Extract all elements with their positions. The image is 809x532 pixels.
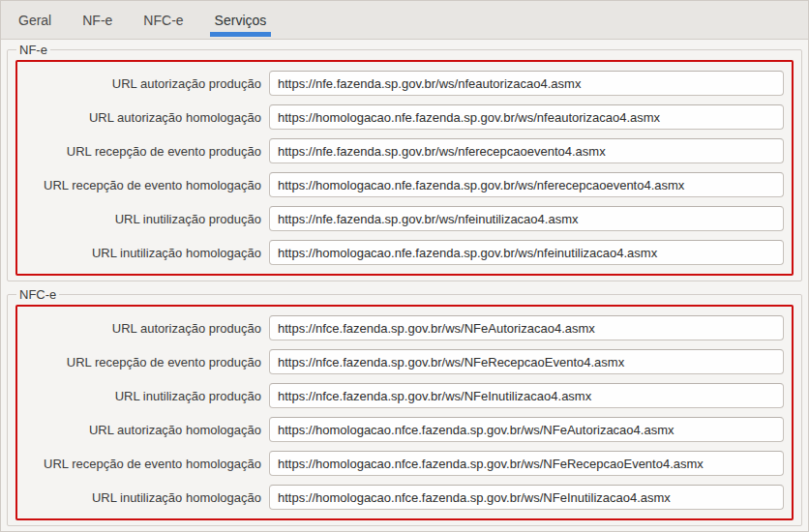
nfce-row-autorizacao-producao: URL autorização produção	[19, 315, 784, 340]
nfe-url-inutilizacao-homologacao-input[interactable]	[269, 240, 784, 265]
nfe-row-inutilizacao-homologacao: URL inutilização homologação	[19, 240, 784, 265]
tab-nfce-label: NFC-e	[143, 13, 183, 28]
field-label: URL autorização homologação	[19, 423, 261, 437]
nfce-row-recepcao-evento-homologacao: URL recepção de evento homologação	[19, 451, 784, 476]
field-label: URL recepção de evento produção	[19, 355, 261, 369]
nfe-row-autorizacao-homologacao: URL autorização homologação	[19, 104, 784, 130]
field-label: URL inutilização produção	[19, 212, 261, 226]
tab-nfce[interactable]: NFC-e	[138, 1, 188, 39]
nfce-group: NFC-e URL autorização produção URL recep…	[7, 287, 802, 526]
nfce-url-panel: URL autorização produção URL recepção de…	[15, 305, 794, 520]
nfe-url-autorizacao-producao-input[interactable]	[269, 71, 784, 96]
nfe-url-inutilizacao-producao-input[interactable]	[269, 206, 784, 231]
field-label: URL inutilização homologação	[19, 246, 261, 260]
tab-geral[interactable]: Geral	[14, 1, 56, 39]
field-label: URL autorização produção	[19, 321, 261, 336]
nfe-group-title: NF-e	[16, 43, 50, 57]
nfe-row-autorizacao-producao: URL autorização produção	[19, 71, 784, 96]
nfe-group: NF-e URL autorização produção URL autori…	[7, 43, 802, 281]
tab-page-servicos: NF-e URL autorização produção URL autori…	[1, 40, 808, 532]
nfce-row-autorizacao-homologacao: URL autorização homologação	[19, 417, 784, 442]
nfe-row-recepcao-evento-homologacao: URL recepção de evento homologação	[19, 172, 784, 197]
tab-servicos-label: Serviços	[215, 13, 267, 28]
nfce-url-autorizacao-producao-input[interactable]	[269, 315, 784, 340]
tab-bar: Geral NF-e NFC-e Serviços	[1, 1, 808, 40]
nfce-url-autorizacao-homologacao-input[interactable]	[269, 417, 784, 442]
tab-geral-label: Geral	[18, 13, 51, 28]
nfe-url-panel: URL autorização produção URL autorização…	[15, 60, 794, 276]
field-label: URL autorização produção	[19, 76, 261, 91]
tab-nfe[interactable]: NF-e	[77, 1, 117, 39]
field-label: URL recepção de evento homologação	[19, 178, 261, 192]
nfe-row-inutilizacao-producao: URL inutilização produção	[19, 206, 784, 231]
nfe-row-recepcao-evento-producao: URL recepção de evento produção	[19, 138, 784, 163]
nfe-url-autorizacao-homologacao-input[interactable]	[269, 104, 784, 130]
nfce-row-recepcao-evento-producao: URL recepção de evento produção	[19, 349, 784, 374]
settings-window: Geral NF-e NFC-e Serviços NF-e URL autor…	[0, 0, 809, 532]
field-label: URL recepção de evento produção	[19, 144, 261, 159]
nfe-url-recepcao-evento-homologacao-input[interactable]	[269, 172, 784, 197]
tab-nfe-label: NF-e	[82, 13, 112, 28]
nfce-url-recepcao-evento-homologacao-input[interactable]	[269, 451, 784, 476]
nfce-row-inutilizacao-producao: URL inutilização produção	[19, 383, 784, 408]
field-label: URL autorização homologação	[19, 110, 261, 125]
field-label: URL inutilização homologação	[19, 490, 261, 505]
tab-servicos[interactable]: Serviços	[210, 1, 272, 39]
field-label: URL inutilização produção	[19, 389, 261, 403]
nfce-group-title: NFC-e	[16, 287, 59, 302]
nfce-row-inutilizacao-homologacao: URL inutilização homologação	[19, 485, 784, 510]
nfe-url-recepcao-evento-producao-input[interactable]	[269, 138, 784, 163]
nfce-url-recepcao-evento-producao-input[interactable]	[269, 349, 784, 374]
nfce-url-inutilizacao-producao-input[interactable]	[269, 383, 784, 408]
nfce-url-inutilizacao-homologacao-input[interactable]	[269, 485, 784, 510]
field-label: URL recepção de evento homologação	[19, 457, 261, 471]
